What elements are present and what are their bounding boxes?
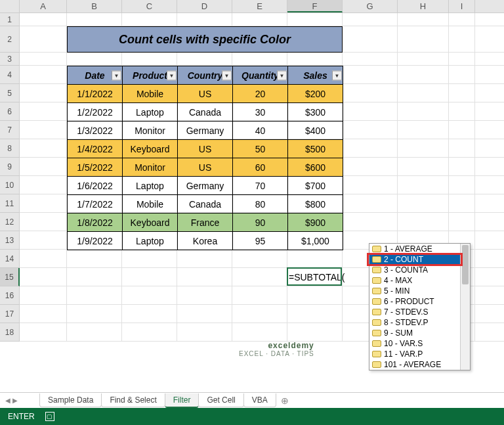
table-row[interactable]: 1/5/2022MonitorUS60$600 [68, 158, 343, 177]
cell[interactable]: 1/9/2022 [68, 232, 123, 250]
autocomplete-item[interactable]: 11 - VAR.P [369, 349, 470, 359]
row-header-5[interactable]: 5 [0, 84, 20, 102]
cell[interactable]: $200 [288, 85, 343, 103]
function-autocomplete[interactable]: 1 - AVERAGE2 - COUNT3 - COUNTA4 - MAX5 -… [369, 243, 471, 370]
cell[interactable]: 1/2/2022 [68, 103, 123, 122]
cell[interactable]: Laptop [123, 103, 178, 122]
row-header-13[interactable]: 13 [0, 231, 20, 250]
cell[interactable]: 90 [233, 213, 288, 232]
autocomplete-item[interactable]: 5 - MIN [369, 286, 470, 296]
cell[interactable]: Laptop [123, 232, 178, 250]
row-header-1[interactable]: 1 [0, 13, 20, 26]
row-header-14[interactable]: 14 [0, 250, 20, 268]
row-header-17[interactable]: 17 [0, 305, 20, 323]
autocomplete-item[interactable]: 6 - PRODUCT [369, 296, 470, 307]
col-header-cell[interactable]: Sales▼ [288, 66, 343, 85]
col-header-H[interactable]: H [398, 0, 449, 12]
row-header-3[interactable]: 3 [0, 53, 20, 66]
row-header-6[interactable]: 6 [0, 102, 20, 121]
autocomplete-item[interactable]: 10 - VAR.S [369, 338, 470, 349]
cell[interactable]: $1,000 [288, 232, 343, 250]
cell[interactable]: US [178, 158, 233, 177]
cell[interactable]: Laptop [123, 177, 178, 195]
cell[interactable]: $500 [288, 140, 343, 158]
row-header-8[interactable]: 8 [0, 139, 20, 158]
col-header-G[interactable]: G [343, 0, 398, 12]
cell[interactable]: 1/8/2022 [68, 213, 123, 232]
table-row[interactable]: 1/8/2022KeyboardFrance90$900 [68, 213, 343, 232]
cell[interactable]: 20 [233, 85, 288, 103]
cell[interactable]: 70 [233, 177, 288, 195]
table-row[interactable]: 1/4/2022KeyboardUS50$500 [68, 140, 343, 158]
cell[interactable]: 1/4/2022 [68, 140, 123, 158]
cell[interactable]: Canada [178, 195, 233, 213]
cell[interactable]: 60 [233, 158, 288, 177]
cell[interactable]: $800 [288, 195, 343, 213]
col-header-cell[interactable]: Date▼ [68, 66, 123, 85]
col-header-E[interactable]: E [232, 0, 287, 12]
filter-dropdown-button[interactable]: ▼ [222, 70, 232, 80]
cell[interactable]: 1/6/2022 [68, 177, 123, 195]
cell[interactable]: Germany [178, 122, 233, 140]
autocomplete-item[interactable]: 101 - AVERAGE [369, 359, 470, 370]
cell[interactable]: US [178, 85, 233, 103]
cell[interactable]: Mobile [123, 85, 178, 103]
row-header-16[interactable]: 16 [0, 286, 20, 305]
col-header-D[interactable]: D [177, 0, 232, 12]
cell[interactable]: US [178, 140, 233, 158]
table-row[interactable]: 1/3/2022MonitorGermany40$400 [68, 122, 343, 140]
filter-dropdown-button[interactable]: ▼ [167, 70, 177, 80]
sheet-tab[interactable]: Get Cell [198, 393, 243, 407]
table-row[interactable]: 1/1/2022MobileUS20$200 [68, 85, 343, 103]
filter-dropdown-button[interactable]: ▼ [332, 70, 342, 80]
cell[interactable]: 1/7/2022 [68, 195, 123, 213]
table-row[interactable]: 1/7/2022MobileCanada80$800 [68, 195, 343, 213]
row-header-9[interactable]: 9 [0, 158, 20, 176]
col-header-cell[interactable]: Country▼ [178, 66, 233, 85]
sheet-tab[interactable]: Filter [165, 393, 200, 408]
macro-record-icon[interactable]: ▢ [45, 412, 54, 421]
cell[interactable]: Keyboard [123, 140, 178, 158]
col-header-B[interactable]: B [67, 0, 122, 12]
cell[interactable]: 30 [233, 103, 288, 122]
col-header-cell[interactable]: Quantity▼ [233, 66, 288, 85]
tab-nav-arrows[interactable]: ◀ ▶ [5, 397, 18, 404]
autocomplete-item[interactable]: 4 - MAX [369, 275, 470, 286]
autocomplete-item[interactable]: 7 - STDEV.S [369, 307, 470, 317]
cell[interactable]: Keyboard [123, 213, 178, 232]
row-header-2[interactable]: 2 [0, 26, 20, 53]
table-row[interactable]: 1/9/2022LaptopKorea95$1,000 [68, 232, 343, 250]
cell[interactable]: 80 [233, 195, 288, 213]
filter-dropdown-button[interactable]: ▼ [277, 70, 287, 80]
col-header-cell[interactable]: Product▼ [123, 66, 178, 85]
cell[interactable]: Germany [178, 177, 233, 195]
table-row[interactable]: 1/6/2022LaptopGermany70$700 [68, 177, 343, 195]
autocomplete-item[interactable]: 8 - STDEV.P [369, 317, 470, 328]
add-sheet-button[interactable]: ⊕ [281, 395, 289, 406]
cell[interactable]: Korea [178, 232, 233, 250]
autocomplete-item[interactable]: 9 - SUM [369, 328, 470, 338]
sheet-tab[interactable]: Sample Data [39, 393, 102, 407]
col-header-I[interactable]: I [449, 0, 475, 12]
cell[interactable]: Monitor [123, 158, 178, 177]
select-all-corner[interactable] [0, 0, 20, 12]
row-header-11[interactable]: 11 [0, 194, 20, 213]
sheet-tab[interactable]: VBA [243, 393, 276, 407]
table-row[interactable]: 1/2/2022LaptopCanada30$300 [68, 103, 343, 122]
cell[interactable]: 1/3/2022 [68, 122, 123, 140]
cell[interactable]: 1/1/2022 [68, 85, 123, 103]
sheet-tab[interactable]: Find & Select [101, 393, 165, 407]
filter-dropdown-button[interactable]: ▼ [112, 70, 121, 80]
row-header-12[interactable]: 12 [0, 213, 20, 231]
col-header-A[interactable]: A [20, 0, 67, 12]
autocomplete-item[interactable]: 1 - AVERAGE [369, 244, 470, 254]
row-header-7[interactable]: 7 [0, 121, 20, 139]
autocomplete-item[interactable]: 3 - COUNTA [369, 265, 470, 275]
cell[interactable]: 50 [233, 140, 288, 158]
cell[interactable]: France [178, 213, 233, 232]
cell[interactable]: 95 [233, 232, 288, 250]
autocomplete-item[interactable]: 2 - COUNT [369, 254, 470, 265]
col-header-F[interactable]: F [287, 0, 343, 12]
cell[interactable]: $400 [288, 122, 343, 140]
cell[interactable]: 1/5/2022 [68, 158, 123, 177]
